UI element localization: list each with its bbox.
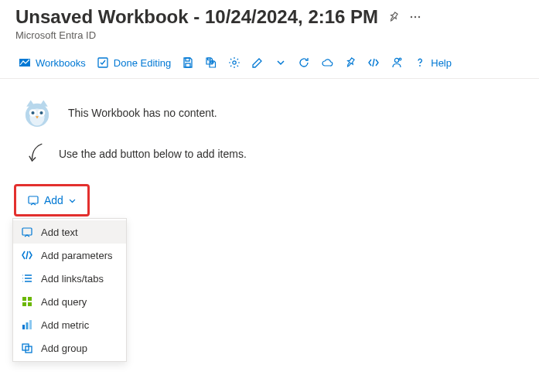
svg-rect-20	[22, 228, 32, 235]
hint-row: Use the add button below to add items.	[0, 138, 539, 173]
svg-rect-7	[208, 58, 211, 60]
svg-rect-22	[28, 297, 32, 301]
owl-icon	[20, 96, 54, 130]
workbooks-button[interactable]: Workbooks	[14, 50, 90, 75]
svg-rect-19	[29, 196, 38, 203]
help-label: Help	[431, 57, 452, 69]
svg-point-2	[418, 16, 420, 18]
menu-item-add-metric[interactable]: Add metric	[13, 313, 126, 336]
menu-item-add-text[interactable]: Add text	[13, 220, 126, 244]
parameters-icon	[21, 249, 33, 261]
menu-item-label: Add links/tabs	[41, 273, 104, 285]
arrow-down-icon	[28, 142, 45, 165]
menu-item-add-group[interactable]: Add group	[13, 336, 126, 360]
help-button[interactable]: Help	[409, 50, 456, 75]
menu-item-label: Add metric	[41, 319, 89, 331]
workbooks-label: Workbooks	[36, 57, 86, 69]
pin-icon[interactable]	[387, 11, 400, 23]
menu-item-label: Add query	[41, 296, 87, 308]
text-icon	[21, 226, 33, 238]
svg-rect-21	[22, 297, 26, 301]
svg-rect-27	[29, 320, 32, 329]
page-header: Unsaved Workbook - 10/24/2024, 2:16 PM	[0, 0, 539, 29]
svg-rect-23	[22, 302, 26, 306]
add-button[interactable]: Add	[21, 189, 83, 212]
svg-point-17	[31, 111, 34, 114]
save-as-icon[interactable]	[200, 50, 222, 75]
add-button-label: Add	[44, 194, 63, 206]
pin-toolbar-icon[interactable]	[339, 50, 361, 75]
menu-item-add-query[interactable]: Add query	[13, 290, 126, 313]
empty-state: This Workbook has no content.	[0, 79, 539, 138]
toolbar: Workbooks Done Editing Help	[0, 47, 539, 79]
edit-icon[interactable]	[247, 50, 268, 75]
chart-icon	[21, 319, 33, 331]
svg-rect-6	[186, 63, 190, 67]
page-title: Unsaved Workbook - 10/24/2024, 2:16 PM	[15, 6, 378, 28]
svg-rect-5	[186, 58, 189, 61]
done-editing-button[interactable]: Done Editing	[92, 50, 176, 75]
settings-icon[interactable]	[223, 50, 245, 75]
menu-item-add-links-tabs[interactable]: Add links/tabs	[13, 267, 126, 290]
page-subtitle: Microsoft Entra ID	[0, 29, 539, 47]
refresh-icon[interactable]	[293, 50, 315, 75]
menu-item-label: Add text	[41, 227, 78, 238]
grid-icon	[21, 295, 33, 308]
svg-point-0	[411, 16, 412, 18]
chevron-down-icon	[68, 196, 77, 205]
svg-rect-24	[28, 302, 32, 306]
group-icon	[21, 342, 33, 354]
code-icon[interactable]	[363, 50, 384, 75]
feedback-icon[interactable]	[386, 50, 408, 75]
cloud-icon[interactable]	[316, 50, 338, 75]
svg-point-12	[419, 65, 421, 66]
hint-text: Use the add button below to add items.	[59, 148, 247, 160]
save-icon[interactable]	[177, 50, 199, 75]
menu-item-label: Add group	[41, 343, 87, 354]
chevron-down-icon[interactable]	[270, 50, 292, 75]
svg-point-11	[399, 58, 401, 60]
svg-point-10	[395, 58, 399, 62]
svg-point-1	[414, 16, 416, 18]
more-icon[interactable]	[409, 11, 421, 23]
svg-rect-26	[26, 322, 29, 329]
svg-rect-25	[22, 325, 25, 329]
add-menu: Add text Add parameters Add links/tabs A…	[12, 218, 127, 362]
add-button-highlight: Add	[14, 184, 90, 216]
list-icon	[21, 272, 33, 285]
svg-point-9	[233, 61, 236, 64]
done-editing-label: Done Editing	[114, 57, 171, 69]
menu-item-add-parameters[interactable]: Add parameters	[13, 244, 126, 267]
empty-text: This Workbook has no content.	[68, 107, 217, 119]
svg-point-18	[39, 111, 43, 114]
menu-item-label: Add parameters	[41, 250, 113, 261]
